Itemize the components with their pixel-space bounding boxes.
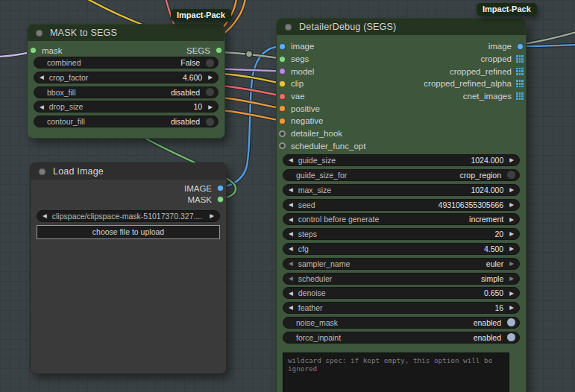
slot-dot-icon[interactable]: [216, 47, 222, 54]
widget-clipspace-clipspace-mask-51017370-327-[interactable]: ◀clipspace/clipspace-mask-51017370.327..…: [37, 210, 220, 222]
widget-guide-size[interactable]: ◀guide_size1024.000▶: [283, 154, 520, 166]
left-arrow-icon[interactable]: ◀: [289, 305, 293, 311]
toggle-icon[interactable]: [206, 88, 214, 96]
widget-denoise[interactable]: ◀denoise0.650▶: [283, 287, 520, 299]
slot-dot-icon[interactable]: [279, 105, 286, 112]
right-arrow-icon[interactable]: ▶: [509, 291, 514, 297]
widget-guide-size-for[interactable]: guide_size_forcrop_region: [283, 169, 520, 181]
node-graph-canvas[interactable]: { "canvas":{"background":"#3b4245","grid…: [0, 0, 575, 392]
toggle-icon[interactable]: [507, 171, 515, 179]
slot-dot-icon[interactable]: [279, 93, 286, 100]
impact-pack-badge: Impact-Pack: [171, 9, 231, 22]
left-arrow-icon[interactable]: ◀: [40, 75, 44, 80]
right-arrow-icon[interactable]: ▶: [509, 276, 514, 282]
right-arrow-icon[interactable]: ▶: [509, 217, 514, 223]
right-arrow-icon[interactable]: ▶: [509, 246, 514, 252]
widget-value: disabled: [171, 88, 200, 97]
left-arrow-icon[interactable]: ◀: [289, 157, 293, 163]
wire-clip: [222, 74, 281, 83]
right-arrow-icon[interactable]: ▶: [509, 202, 514, 208]
left-arrow-icon[interactable]: ◀: [43, 213, 47, 219]
wildcard-textarea[interactable]: wildcard spec: if kept empty, this optio…: [283, 353, 509, 392]
slot-area: maskSEGS: [28, 44, 224, 57]
left-arrow-icon[interactable]: ◀: [40, 104, 44, 110]
slot-dot-icon[interactable]: [217, 185, 224, 192]
widget-cfg[interactable]: ◀cfg4.500▶: [283, 243, 520, 255]
wire-mask-in: [0, 52, 31, 57]
widget-combined[interactable]: combinedFalse: [34, 57, 219, 69]
output-slot-label: SEGS: [186, 46, 210, 55]
widget-noise-mask[interactable]: noise_maskenabled: [283, 317, 520, 329]
slot-dot-icon[interactable]: [279, 43, 286, 50]
left-arrow-icon[interactable]: ◀: [289, 261, 293, 267]
upload-button[interactable]: choose file to upload: [37, 225, 220, 239]
left-arrow-icon[interactable]: ◀: [289, 246, 293, 252]
widget-contour-fill[interactable]: contour_filldisabled: [34, 116, 219, 127]
right-arrow-icon[interactable]: ▶: [509, 261, 514, 267]
widget-bbox-fill[interactable]: bbox_filldisabled: [34, 86, 219, 98]
toggle-icon[interactable]: [507, 333, 515, 341]
slot-dot-icon[interactable]: [279, 80, 286, 87]
right-arrow-icon[interactable]: ▶: [509, 231, 514, 237]
widget-seed[interactable]: ◀seed493106355305666▶: [283, 199, 520, 211]
left-arrow-icon[interactable]: ◀: [289, 276, 293, 282]
widget-feather[interactable]: ◀feather16▶: [283, 302, 520, 314]
wire-model-outline: [222, 69, 281, 72]
widget-value: 493106355305666: [439, 200, 504, 209]
input-slot-vae: vae: [277, 90, 526, 103]
widget-label: control before generate: [298, 215, 380, 224]
collapse-dot-icon[interactable]: [285, 24, 292, 31]
right-arrow-icon[interactable]: ▶: [210, 213, 214, 219]
input-slot-label: segs: [291, 54, 309, 63]
widget-scheduler[interactable]: ◀schedulersimple▶: [283, 273, 520, 285]
left-arrow-icon[interactable]: ◀: [289, 202, 293, 208]
widget-drop-size[interactable]: ◀drop_size10▶: [34, 101, 219, 113]
node-title-bar[interactable]: DetailerDebug (SEGS): [277, 19, 526, 35]
widget-area: ◀guide_size1024.000▶guide_size_forcrop_r…: [277, 154, 526, 344]
node-mask-to-segs: MASK to SEGS maskSEGS combinedFalse◀crop…: [27, 24, 225, 139]
optional-slot-dot-icon[interactable]: [279, 130, 286, 137]
toggle-icon[interactable]: [206, 59, 214, 67]
widget-area: combinedFalse◀crop_factor4.600▶bbox_fill…: [28, 57, 224, 127]
slot-dot-icon[interactable]: [279, 118, 286, 124]
widget-label: guide_size: [298, 156, 336, 165]
widget-label: combined: [47, 58, 81, 67]
left-arrow-icon[interactable]: ◀: [289, 231, 293, 237]
widget-force-inpaint[interactable]: force_inpaintenabled: [283, 332, 520, 344]
slot-dot-icon[interactable]: [30, 47, 37, 54]
right-arrow-icon[interactable]: ▶: [509, 187, 514, 193]
node-title: DetailerDebug (SEGS): [299, 22, 396, 32]
wire-segs-outline: [222, 52, 281, 59]
left-arrow-icon[interactable]: ◀: [289, 187, 293, 193]
left-arrow-icon[interactable]: ◀: [289, 217, 293, 223]
left-arrow-icon[interactable]: ◀: [289, 291, 293, 297]
wire-negative: [222, 110, 281, 121]
slot-dot-icon[interactable]: [279, 56, 286, 63]
toggle-icon[interactable]: [507, 318, 515, 326]
input-slot-segs: segs: [277, 53, 526, 66]
right-arrow-icon[interactable]: ▶: [509, 305, 514, 311]
right-arrow-icon[interactable]: ▶: [208, 75, 213, 80]
slot-dot-icon[interactable]: [279, 68, 286, 75]
optional-slot-dot-icon[interactable]: [279, 142, 286, 149]
slot-row: maskSEGS: [28, 44, 224, 57]
widget-sampler-name[interactable]: ◀sampler_nameeuler▶: [283, 258, 520, 270]
wire-clip-outline: [222, 74, 281, 83]
toggle-icon[interactable]: [206, 118, 214, 126]
widget-crop-factor[interactable]: ◀crop_factor4.600▶: [34, 72, 219, 83]
node-load-image: Load Image IMAGEMASK ◀clipspace/clipspac…: [30, 162, 227, 374]
widget-max-size[interactable]: ◀max_size1024.000▶: [283, 184, 520, 196]
right-arrow-icon[interactable]: ▶: [509, 157, 514, 163]
right-arrow-icon[interactable]: ▶: [208, 104, 213, 110]
widget-steps[interactable]: ◀steps20▶: [283, 228, 520, 240]
impact-pack-badge: Impact-Pack: [477, 3, 537, 16]
collapse-dot-icon[interactable]: [39, 168, 45, 175]
node-title-bar[interactable]: Load Image: [31, 163, 226, 180]
widget-label: noise_mask: [296, 318, 338, 327]
widget-control-before-generate[interactable]: ◀control before generateincrement▶: [283, 213, 520, 225]
input-slot-label: model: [291, 67, 314, 76]
wire-segs: [222, 52, 281, 59]
node-title-bar[interactable]: MASK to SEGS: [28, 25, 224, 41]
slot-dot-icon[interactable]: [217, 196, 224, 203]
collapse-dot-icon[interactable]: [36, 30, 43, 37]
